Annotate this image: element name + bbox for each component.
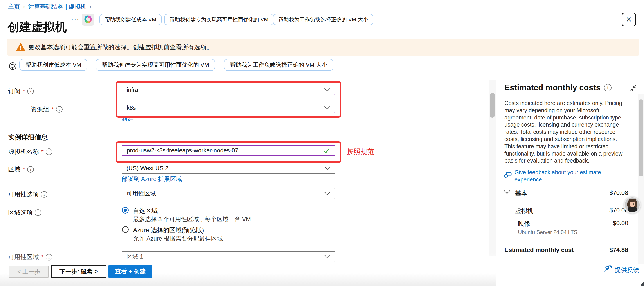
- availability-zone-label: 可用性区域 *: [8, 253, 52, 261]
- info-icon[interactable]: [56, 106, 62, 113]
- region-label: 区域 *: [8, 165, 34, 174]
- main-scrollbar-thumb[interactable]: [490, 93, 495, 118]
- tree-connector-horizontal: [12, 108, 24, 108]
- copilot-suggestion-low-cost-2[interactable]: 帮助我创建低成本 VM: [19, 59, 87, 71]
- instance-details-heading: 实例详细信息: [8, 133, 48, 142]
- cost-panel-title-row: Estimated monthly costs: [504, 83, 612, 92]
- avatar-image: [625, 197, 640, 212]
- required-asterisk: *: [23, 166, 25, 173]
- annotation-text: 按照规范: [347, 147, 374, 156]
- region-dropdown[interactable]: (US) West US 2: [122, 163, 335, 174]
- corner-widget: [640, 281, 644, 286]
- info-icon[interactable]: [46, 148, 52, 155]
- copilot-suggestion-low-cost[interactable]: 帮助我创建低成本 VM: [100, 14, 162, 25]
- info-icon[interactable]: [35, 209, 41, 216]
- availability-zone-label-text: 可用性区域: [8, 253, 39, 261]
- total-cost-label: Estimated monthly cost: [504, 246, 574, 253]
- availability-options-value: 可用性区域: [126, 190, 156, 197]
- info-icon[interactable]: [41, 191, 48, 198]
- copilot-button[interactable]: [82, 14, 94, 26]
- subscription-value: infra: [127, 87, 138, 93]
- breadcrumb-separator: ›: [23, 3, 25, 10]
- total-cost-value: $74.88: [609, 246, 628, 253]
- region-label-text: 区域: [8, 165, 20, 174]
- cost-row-image-sub: Ubuntu Server 24.04 LTS: [518, 229, 577, 235]
- radio-self-selected-zones-desc: 最多选择 3 个可用性区域，每个区域一台 VM: [133, 215, 251, 223]
- copilot-outline-icon: [8, 62, 17, 72]
- cost-row-image-value: $0.00: [613, 220, 628, 227]
- copilot-suggestion-high-availability-2[interactable]: 帮助我创建专为实现高可用性而优化的 VM: [96, 59, 215, 71]
- resource-group-label-text: 资源组: [31, 105, 49, 114]
- cost-disclaimer-text: Costs indicated here are estimates only.…: [504, 100, 626, 164]
- estimate-feedback-link[interactable]: Give feedback about your estimate experi…: [514, 169, 627, 183]
- breadcrumb-separator: ›: [89, 3, 91, 10]
- create-vm-page: 主页 › 计算基础结构 | 虚拟机 › 创建虚拟机 ··· 帮助我创建低成: [0, 0, 644, 286]
- cost-panel-bottom-border: [496, 263, 644, 264]
- close-icon: ✕: [626, 15, 632, 24]
- valid-check-icon: [323, 147, 330, 156]
- chevron-down-icon[interactable]: [504, 190, 510, 195]
- info-icon[interactable]: [27, 88, 34, 94]
- resource-group-label: 资源组 *: [31, 105, 62, 114]
- vm-name-label: 虚拟机名称 *: [8, 148, 52, 156]
- resource-group-dropdown[interactable]: k8s: [122, 103, 335, 113]
- feedback-bubbles-icon: [504, 171, 512, 181]
- zone-options-label-text: 区域选项: [8, 208, 33, 217]
- radio-self-selected-zones[interactable]: [122, 207, 128, 213]
- copilot-suggestion-right-size-2[interactable]: 帮助我为工作负载选择正确的 VM 大小: [224, 59, 334, 71]
- feedback-person-icon: [604, 264, 612, 274]
- resource-group-value: k8s: [127, 105, 136, 111]
- chevron-down-icon: [324, 88, 330, 92]
- availability-zone-dropdown[interactable]: 区域 1: [122, 251, 335, 262]
- review-create-button[interactable]: 查看 + 创建: [108, 265, 152, 278]
- next-step-disks-button[interactable]: 下一步: 磁盘 >: [51, 265, 106, 278]
- cost-panel-divider: [496, 80, 496, 264]
- breadcrumb: 主页 › 计算基础结构 | 虚拟机 ›: [8, 3, 91, 11]
- availability-options-dropdown[interactable]: 可用性区域: [122, 188, 335, 199]
- cost-panel-title: Estimated monthly costs: [504, 83, 600, 92]
- subscription-label: 订阅 *: [8, 87, 34, 95]
- cost-row-image-label: 映像: [518, 220, 530, 228]
- collapse-panel-icon[interactable]: [629, 84, 637, 93]
- more-options-button[interactable]: ···: [70, 16, 81, 21]
- breadcrumb-home-link[interactable]: 主页: [8, 3, 20, 11]
- vm-name-input[interactable]: [122, 145, 335, 156]
- chevron-down-icon: [324, 192, 330, 195]
- create-new-resource-group-link[interactable]: 新建: [122, 115, 134, 123]
- avatar[interactable]: [624, 196, 641, 213]
- cost-row-vm-label: 虚拟机: [515, 207, 533, 215]
- copilot-suggestion-right-size[interactable]: 帮助我为工作负载选择正确的 VM 大小: [273, 14, 373, 25]
- cost-row-basic-label[interactable]: 基本: [515, 189, 527, 198]
- panel-scrollbar-thumb[interactable]: [639, 99, 643, 176]
- info-icon[interactable]: [46, 254, 52, 260]
- warning-icon: [16, 43, 25, 51]
- tree-connector-vertical: [12, 96, 13, 108]
- breadcrumb-section-link[interactable]: 计算基础结构 | 虚拟机: [28, 3, 86, 11]
- region-value: (US) West US 2: [126, 165, 168, 172]
- chevron-down-icon: [324, 106, 330, 110]
- warning-banner-text: 更改基本选项可能会重置所做的选择。创建虚拟机前查看所有选项。: [28, 43, 213, 51]
- deploy-extended-zone-link[interactable]: 部署到 Azure 扩展区域: [122, 175, 182, 183]
- radio-self-selected-zones-label[interactable]: 自选区域: [133, 207, 158, 215]
- give-feedback-link[interactable]: 提供反馈: [614, 266, 639, 274]
- subscription-dropdown[interactable]: infra: [122, 85, 335, 95]
- copilot-icon: [83, 15, 93, 25]
- subscription-label-text: 订阅: [8, 87, 20, 95]
- required-asterisk: *: [41, 254, 44, 261]
- radio-azure-selected-zones[interactable]: [122, 226, 128, 233]
- radio-azure-selected-zones-desc: 允许 Azure 根据需要分配最佳区域: [133, 235, 223, 242]
- info-icon[interactable]: [27, 166, 34, 173]
- info-icon[interactable]: [604, 84, 612, 91]
- availability-zone-value: 区域 1: [126, 253, 143, 260]
- availability-options-label-text: 可用性选项: [8, 190, 39, 199]
- chevron-down-icon: [324, 254, 330, 258]
- previous-step-button[interactable]: < 上一步: [9, 266, 49, 278]
- radio-azure-selected-zones-label[interactable]: Azure 选择的区域(预览版): [133, 226, 204, 234]
- cost-row-basic-value: $70.08: [609, 189, 628, 196]
- copilot-suggestion-high-availability[interactable]: 帮助我创建专为实现高可用性而优化的 VM: [164, 14, 274, 25]
- close-button[interactable]: ✕: [622, 13, 636, 26]
- required-asterisk: *: [52, 106, 54, 113]
- vm-name-label-text: 虚拟机名称: [8, 148, 39, 156]
- warning-banner: 更改基本选项可能会重置所做的选择。创建虚拟机前查看所有选项。: [7, 39, 639, 56]
- required-asterisk: *: [41, 148, 44, 155]
